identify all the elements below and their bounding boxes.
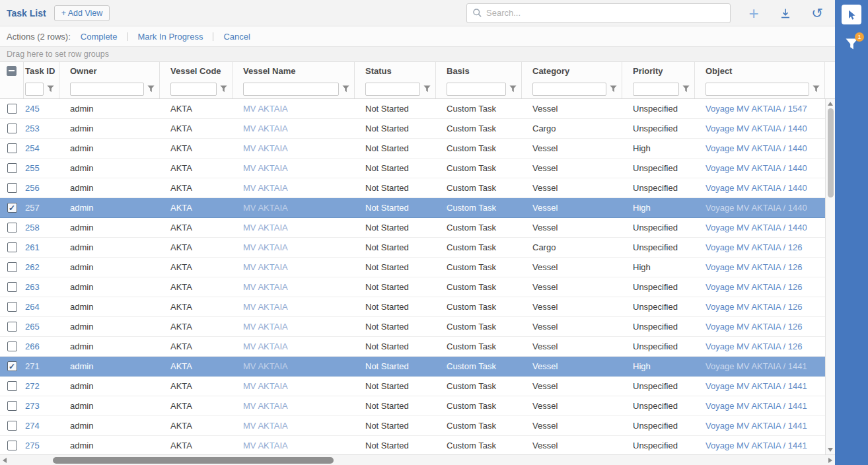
task-id-link[interactable]: 257	[25, 203, 40, 213]
task-id-link[interactable]: 275	[25, 441, 40, 450]
object-link[interactable]: Voyage MV AKTAIA / 1547	[705, 104, 807, 114]
filter-input-vessel-name[interactable]	[243, 83, 339, 96]
row-checkbox[interactable]	[7, 401, 17, 411]
filter-input-status[interactable]	[365, 83, 420, 96]
vessel-name-link[interactable]: MV AKTAIA	[243, 381, 288, 391]
table-row[interactable]: 275adminAKTAMV AKTAIANot StartedCustom T…	[0, 436, 825, 454]
vessel-name-link[interactable]: MV AKTAIA	[243, 223, 288, 232]
row-checkbox[interactable]	[7, 223, 17, 232]
filter-input-object[interactable]	[705, 83, 809, 96]
table-row[interactable]: 245adminAKTAMV AKTAIANot StartedCustom T…	[0, 99, 825, 119]
task-id-link[interactable]: 262	[25, 262, 40, 272]
task-id-link[interactable]: 271	[25, 361, 40, 371]
table-row[interactable]: 255adminAKTAMV AKTAIANot StartedCustom T…	[0, 159, 825, 178]
add-button[interactable]: +	[745, 5, 762, 22]
object-link[interactable]: Voyage MV AKTAIA / 1441	[705, 361, 807, 371]
pointer-tool-button[interactable]	[842, 5, 861, 24]
object-link[interactable]: Voyage MV AKTAIA / 1440	[705, 183, 807, 193]
column-header-category[interactable]: Category	[522, 62, 622, 98]
vessel-name-link[interactable]: MV AKTAIA	[243, 401, 288, 411]
task-id-link[interactable]: 263	[25, 282, 40, 292]
table-row[interactable]: 266adminAKTAMV AKTAIANot StartedCustom T…	[0, 337, 825, 357]
vessel-name-link[interactable]: MV AKTAIA	[243, 242, 288, 252]
row-checkbox[interactable]	[7, 421, 17, 431]
column-header-status[interactable]: Status	[355, 62, 436, 98]
column-header-basis[interactable]: Basis	[436, 62, 522, 98]
row-checkbox[interactable]	[7, 143, 17, 153]
row-checkbox[interactable]	[7, 282, 17, 292]
object-link[interactable]: Voyage MV AKTAIA / 1441	[705, 421, 807, 431]
vessel-name-link[interactable]: MV AKTAIA	[243, 143, 288, 153]
object-link[interactable]: Voyage MV AKTAIA / 1441	[705, 401, 807, 411]
filter-funnel-icon[interactable]	[813, 85, 820, 92]
column-header-owner[interactable]: Owner	[59, 62, 160, 98]
task-id-link[interactable]: 258	[25, 223, 40, 232]
task-id-link[interactable]: 272	[25, 381, 40, 391]
action-complete[interactable]: Complete	[81, 32, 118, 42]
horizontal-scrollbar-thumb[interactable]	[53, 457, 334, 464]
filter-funnel-icon[interactable]	[682, 85, 690, 92]
filter-funnel-icon[interactable]	[423, 85, 431, 92]
object-link[interactable]: Voyage MV AKTAIA / 126	[705, 262, 802, 272]
object-link[interactable]: Voyage MV AKTAIA / 1441	[705, 381, 807, 391]
filter-funnel-icon[interactable]	[610, 85, 617, 92]
table-row[interactable]: 265adminAKTAMV AKTAIANot StartedCustom T…	[0, 317, 825, 337]
task-id-link[interactable]: 256	[25, 183, 40, 193]
task-id-link[interactable]: 264	[25, 302, 40, 312]
object-link[interactable]: Voyage MV AKTAIA / 1440	[705, 163, 807, 173]
row-checkbox[interactable]	[7, 242, 17, 252]
table-row[interactable]: 258adminAKTAMV AKTAIANot StartedCustom T…	[0, 218, 825, 238]
filter-funnel-icon[interactable]	[342, 85, 349, 92]
table-row[interactable]: 264adminAKTAMV AKTAIANot StartedCustom T…	[0, 297, 825, 317]
column-header-priority[interactable]: Priority	[622, 62, 695, 98]
vessel-name-link[interactable]: MV AKTAIA	[243, 282, 288, 292]
select-all-checkbox[interactable]	[7, 66, 17, 76]
object-link[interactable]: Voyage MV AKTAIA / 126	[705, 242, 802, 252]
filter-input-basis[interactable]	[447, 83, 506, 96]
row-checkbox[interactable]	[7, 322, 17, 332]
row-checkbox[interactable]	[7, 183, 17, 193]
filter-input-priority[interactable]	[633, 83, 679, 96]
filter-input-vessel-code[interactable]	[170, 83, 217, 96]
table-row[interactable]: 257adminAKTAMV AKTAIANot StartedCustom T…	[0, 198, 825, 218]
task-id-link[interactable]: 254	[25, 143, 40, 153]
filter-funnel-icon[interactable]	[47, 85, 54, 92]
export-download-button[interactable]	[777, 5, 794, 22]
column-header-vessel-name[interactable]: Vessel Name	[233, 62, 355, 98]
table-row[interactable]: 256adminAKTAMV AKTAIANot StartedCustom T…	[0, 178, 825, 198]
row-group-drop-zone[interactable]: Drag here to set row groups	[0, 46, 835, 62]
object-link[interactable]: Voyage MV AKTAIA / 1441	[705, 441, 807, 450]
horizontal-scrollbar-track[interactable]	[7, 455, 828, 465]
scroll-up-arrow[interactable]	[828, 102, 833, 106]
reset-undo-button[interactable]: ↺	[809, 5, 826, 22]
object-link[interactable]: Voyage MV AKTAIA / 126	[705, 302, 802, 312]
table-row[interactable]: 263adminAKTAMV AKTAIANot StartedCustom T…	[0, 277, 825, 297]
vertical-scrollbar[interactable]	[825, 99, 835, 454]
add-view-button[interactable]: + Add View	[54, 5, 110, 21]
vertical-scrollbar-thumb[interactable]	[828, 108, 834, 197]
table-row[interactable]: 253adminAKTAMV AKTAIANot StartedCustom T…	[0, 119, 825, 139]
table-row[interactable]: 271adminAKTAMV AKTAIANot StartedCustom T…	[0, 357, 825, 376]
vessel-name-link[interactable]: MV AKTAIA	[243, 203, 288, 213]
object-link[interactable]: Voyage MV AKTAIA / 126	[705, 322, 802, 332]
row-checkbox[interactable]	[7, 381, 17, 391]
column-header-object[interactable]: Object	[695, 62, 825, 98]
table-row[interactable]: 274adminAKTAMV AKTAIANot StartedCustom T…	[0, 416, 825, 436]
task-id-link[interactable]: 245	[25, 104, 40, 114]
row-checkbox[interactable]	[7, 361, 17, 371]
horizontal-scrollbar[interactable]	[0, 454, 835, 465]
column-header-vessel-code[interactable]: Vessel Code	[160, 62, 233, 98]
filter-panel-button[interactable]: 1	[843, 35, 860, 52]
vessel-name-link[interactable]: MV AKTAIA	[243, 163, 288, 173]
vessel-name-link[interactable]: MV AKTAIA	[243, 441, 288, 450]
row-checkbox[interactable]	[7, 163, 17, 173]
scroll-right-arrow[interactable]	[828, 458, 832, 463]
task-id-link[interactable]: 274	[25, 421, 40, 431]
object-link[interactable]: Voyage MV AKTAIA / 1440	[705, 124, 807, 133]
table-row[interactable]: 261adminAKTAMV AKTAIANot StartedCustom T…	[0, 238, 825, 258]
row-checkbox[interactable]	[7, 302, 17, 312]
object-link[interactable]: Voyage MV AKTAIA / 1440	[705, 223, 807, 232]
filter-funnel-icon[interactable]	[220, 85, 227, 92]
task-id-link[interactable]: 253	[25, 124, 40, 133]
search-box[interactable]	[466, 3, 731, 23]
